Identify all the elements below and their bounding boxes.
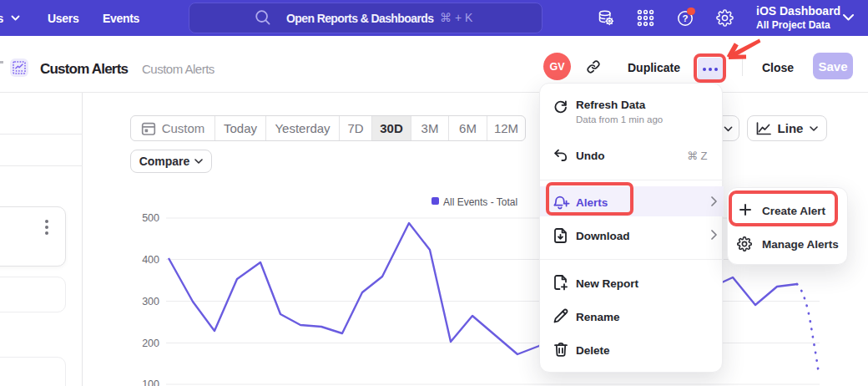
svg-text:?: ? (682, 13, 688, 23)
